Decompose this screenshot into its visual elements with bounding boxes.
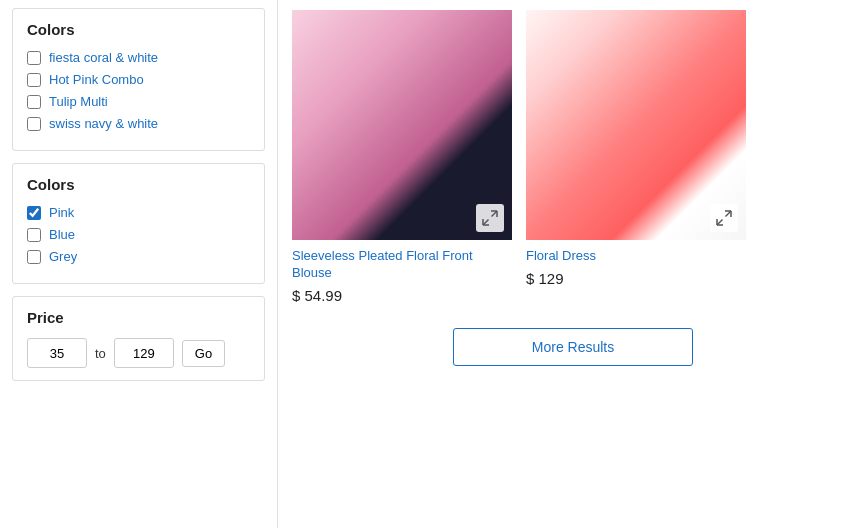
expand-icon-dress[interactable] (710, 204, 738, 232)
filter-item-hotpink[interactable]: Hot Pink Combo (27, 72, 250, 87)
product-card-dress: Floral Dress $ 129 (526, 10, 746, 304)
price-inputs-row: to Go (27, 338, 250, 368)
filter-label-fiesta: fiesta coral & white (49, 50, 158, 65)
filter-checkbox-blue[interactable] (27, 228, 41, 242)
filter-checkbox-grey[interactable] (27, 250, 41, 264)
filter-item-blue[interactable]: Blue (27, 227, 250, 242)
sidebar: Colors fiesta coral & white Hot Pink Com… (0, 0, 278, 528)
filter-item-pink[interactable]: Pink (27, 205, 250, 220)
filter-label-hotpink: Hot Pink Combo (49, 72, 144, 87)
products-grid: Sleeveless Pleated Floral Front Blouse $… (292, 10, 854, 304)
product-card-blouse: Sleeveless Pleated Floral Front Blouse $… (292, 10, 512, 304)
filter-label-tulip: Tulip Multi (49, 94, 108, 109)
price-filter-section: Price to Go (12, 296, 265, 381)
price-go-button[interactable]: Go (182, 340, 225, 367)
main-content: Sleeveless Pleated Floral Front Blouse $… (278, 0, 868, 528)
filter-item-swiss[interactable]: swiss navy & white (27, 116, 250, 131)
product-price-blouse: $ 54.99 (292, 287, 512, 304)
product-name-blouse[interactable]: Sleeveless Pleated Floral Front Blouse (292, 248, 512, 282)
filter-checkbox-pink[interactable] (27, 206, 41, 220)
price-filter-title: Price (27, 309, 250, 326)
colors-filter-title-1: Colors (27, 21, 250, 38)
svg-line-2 (492, 211, 498, 217)
filter-item-tulip[interactable]: Tulip Multi (27, 94, 250, 109)
filter-checkbox-swiss[interactable] (27, 117, 41, 131)
filter-label-pink: Pink (49, 205, 74, 220)
filter-checkbox-hotpink[interactable] (27, 73, 41, 87)
more-results-button[interactable]: More Results (453, 328, 693, 366)
more-results-wrapper: More Results (292, 328, 854, 366)
product-image-wrap-blouse (292, 10, 512, 240)
svg-line-8 (726, 211, 732, 217)
price-to-label: to (95, 346, 106, 361)
filter-item-fiesta[interactable]: fiesta coral & white (27, 50, 250, 65)
product-image-wrap-dress (526, 10, 746, 240)
svg-line-11 (717, 220, 723, 226)
filter-checkbox-fiesta[interactable] (27, 51, 41, 65)
price-min-input[interactable] (27, 338, 87, 368)
colors-filter-title-2: Colors (27, 176, 250, 193)
colors-filter-section-2: Colors Pink Blue Grey (12, 163, 265, 284)
filter-label-grey: Grey (49, 249, 77, 264)
colors-filter-section-1: Colors fiesta coral & white Hot Pink Com… (12, 8, 265, 151)
filter-label-swiss: swiss navy & white (49, 116, 158, 131)
product-name-dress[interactable]: Floral Dress (526, 248, 746, 265)
filter-label-blue: Blue (49, 227, 75, 242)
filter-item-grey[interactable]: Grey (27, 249, 250, 264)
price-max-input[interactable] (114, 338, 174, 368)
svg-line-5 (483, 220, 489, 226)
filter-checkbox-tulip[interactable] (27, 95, 41, 109)
expand-icon-blouse[interactable] (476, 204, 504, 232)
product-price-dress: $ 129 (526, 270, 746, 287)
